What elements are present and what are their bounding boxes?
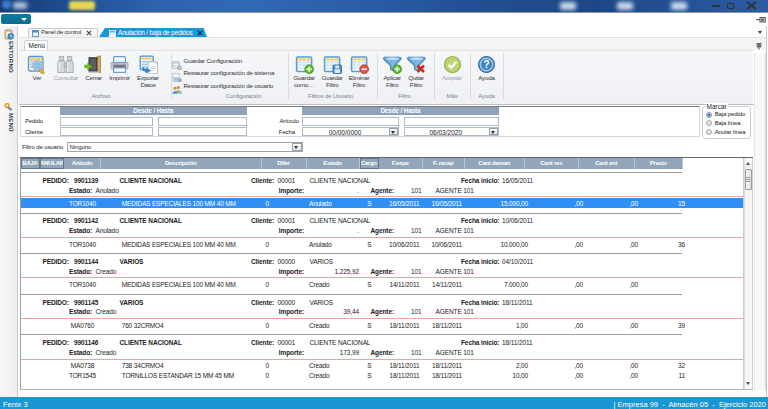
svg-text:?: ? [483,59,489,70]
